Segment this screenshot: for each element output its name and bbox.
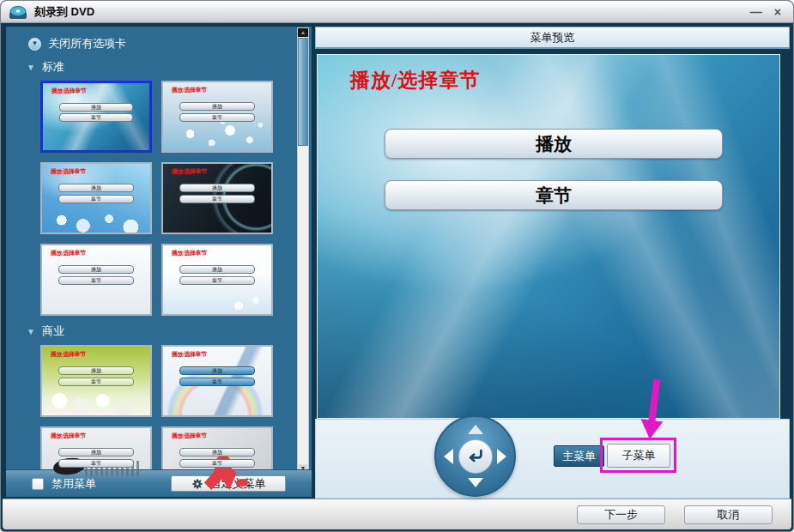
template-thumbnail-blue-swirl[interactable]: 播放/选择章节播放章节: [40, 81, 152, 153]
template-sidebar: ▼ 关闭所有选项卡 ▼标准播放/选择章节播放章节播放/选择章节播放章节播放/选择…: [6, 27, 312, 497]
annotation-highlight-box: [600, 438, 676, 473]
mini-chapter-button: 章节: [59, 113, 134, 122]
mini-menu-title: 播放/选择章节: [172, 432, 206, 439]
scrollbar-thumb[interactable]: [298, 38, 308, 146]
minimize-button[interactable]: —: [750, 6, 762, 18]
enter-icon: [466, 448, 485, 464]
template-art: 播放/选择章节播放章节: [42, 245, 150, 314]
mini-play-button: 播放: [58, 184, 134, 192]
mini-play-button: 播放: [179, 102, 255, 111]
template-thumbnail-pale-blue[interactable]: 播放/选择章节播放章节: [161, 244, 273, 316]
main-menu-toggle[interactable]: 主菜单: [554, 445, 604, 467]
mini-menu-title: 播放/选择章节: [51, 432, 85, 439]
dvd-disc-icon: [9, 4, 27, 20]
title-bar: 刻录到 DVD — ×: [1, 1, 793, 23]
mini-play-button: 播放: [58, 366, 134, 375]
burn-to-dvd-window: 刻录到 DVD — × ▼ 关闭所有选项卡 ▼标准播放/选择章节播放章节播放/选…: [0, 0, 794, 532]
template-art: 播放/选择章节播放章节: [42, 164, 150, 233]
mini-play-button: 播放: [179, 184, 255, 192]
template-art: 播放/选择章节播放章节: [163, 245, 271, 314]
sidebar-bottom-bar: 禁用菜单 自定义菜单: [6, 469, 312, 497]
window-title: 刻录到 DVD: [34, 4, 94, 20]
section-header-business[interactable]: ▼商业: [27, 323, 312, 339]
sidebar-scrollbar[interactable]: ▲ ▼: [297, 27, 309, 474]
preview-header: 菜单预览: [315, 27, 790, 49]
close-all-tabs[interactable]: ▼ 关闭所有选项卡: [28, 36, 312, 51]
mini-menu-title: 播放/选择章节: [172, 168, 206, 175]
section-collapse-icon: ▼: [27, 63, 35, 72]
template-grid-standard: 播放/选择章节播放章节播放/选择章节播放章节播放/选择章节播放章节播放/选择章节…: [40, 81, 312, 316]
preview-control-bar: 主菜单 子菜单: [315, 419, 790, 499]
template-art: 播放/选择章节播放章节: [163, 82, 271, 151]
disable-menu-checkbox[interactable]: [32, 478, 44, 490]
mini-chapter-button: 章节: [179, 276, 255, 285]
preview-panel: 菜单预览 播放/选择章节 播放 章节 主菜单 子菜单: [315, 27, 790, 499]
template-thumbnail-green-teamwork[interactable]: 播放/选择章节播放章节: [40, 345, 152, 417]
template-sections: ▼标准播放/选择章节播放章节播放/选择章节播放章节播放/选择章节播放章节播放/选…: [6, 59, 312, 497]
menu-title-text: 播放/选择章节: [350, 67, 480, 94]
footer-bar: 下一步 取消: [3, 499, 791, 529]
template-art: 播放/选择章节播放章节: [42, 347, 150, 415]
section-header-standard[interactable]: ▼标准: [27, 59, 312, 75]
template-art: 播放/选择章节播放章节: [43, 83, 149, 150]
mini-menu-title: 播放/选择章节: [52, 88, 86, 94]
nav-right-button[interactable]: [497, 449, 506, 464]
mini-play-button: 播放: [179, 448, 255, 456]
gear-icon: [191, 478, 203, 490]
close-button[interactable]: ×: [774, 6, 781, 18]
mini-chapter-button: 章节: [179, 195, 255, 203]
section-collapse-icon: ▼: [27, 327, 35, 336]
nav-down-button[interactable]: [468, 478, 483, 487]
mini-menu-title: 播放/选择章节: [51, 168, 85, 175]
template-thumbnail-sky-blue[interactable]: 播放/选择章节播放章节: [40, 162, 152, 234]
template-thumbnail-dark-navy[interactable]: 播放/选择章节播放章节: [161, 162, 273, 234]
disable-menu-label: 禁用菜单: [52, 476, 96, 492]
mini-chapter-button: 章节: [58, 276, 134, 285]
mini-chapter-button: 章节: [179, 378, 255, 386]
template-thumbnail-pale-gray[interactable]: 播放/选择章节播放章节: [40, 244, 152, 316]
scrollbar-up-button[interactable]: ▲: [298, 28, 308, 37]
mini-play-button: 播放: [179, 366, 255, 375]
mini-chapter-button: 章节: [58, 459, 134, 468]
section-label: 商业: [42, 323, 64, 339]
mini-menu-title: 播放/选择章节: [172, 250, 206, 257]
mini-play-button: 播放: [58, 265, 134, 274]
cancel-button[interactable]: 取消: [684, 505, 773, 524]
mini-play-button: 播放: [58, 448, 134, 456]
template-thumbnail-rainbow-puzzle[interactable]: 播放/选择章节播放章节: [161, 345, 273, 417]
menu-play-button[interactable]: 播放: [385, 129, 723, 159]
collapse-all-icon: ▼: [28, 38, 41, 51]
menu-preview: 播放/选择章节 播放 章节: [317, 54, 780, 419]
mini-menu-title: 播放/选择章节: [51, 351, 85, 358]
navigation-wheel: [434, 415, 516, 497]
template-art: 播放/选择章节播放章节: [163, 347, 271, 415]
template-art: 播放/选择章节播放章节: [163, 164, 271, 233]
nav-up-button[interactable]: [468, 425, 483, 434]
mini-chapter-button: 章节: [179, 459, 255, 468]
mini-chapter-button: 章节: [58, 195, 134, 203]
mini-menu-title: 播放/选择章节: [172, 87, 206, 94]
close-all-label: 关闭所有选项卡: [48, 36, 126, 51]
next-step-button[interactable]: 下一步: [577, 505, 665, 524]
mini-chapter-button: 章节: [179, 113, 255, 122]
menu-background-art: [318, 55, 779, 418]
mini-menu-title: 播放/选择章节: [172, 351, 206, 358]
mini-play-button: 播放: [59, 103, 134, 112]
mini-play-button: 播放: [179, 265, 255, 274]
menu-chapter-button[interactable]: 章节: [385, 180, 723, 210]
nav-left-button[interactable]: [444, 449, 453, 464]
mini-chapter-button: 章节: [58, 378, 134, 386]
section-label: 标准: [42, 59, 64, 75]
mini-menu-title: 播放/选择章节: [51, 250, 85, 257]
template-thumbnail-blue-bokeh[interactable]: 播放/选择章节播放章节: [161, 81, 273, 153]
nav-enter-button[interactable]: [458, 439, 493, 474]
